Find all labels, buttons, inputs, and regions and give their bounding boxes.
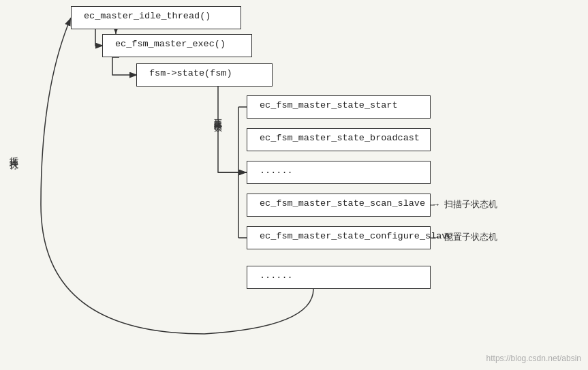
box-state-ellipsis2: ...... [247,266,431,289]
box-fsm-master-exec: ec_fsm_master_exec() [102,34,252,57]
label-loop: 循环执行 [7,150,19,155]
box-state-start: ec_fsm_master_state_start [247,95,431,119]
watermark: https://blog.csdn.net/absin [486,354,581,363]
label-scan-slave: → 扫描子状态机 [433,198,497,211]
box-state-ellipsis1: ...... [247,161,431,184]
diagram-container: ec_master_idle_thread() ec_fsm_master_ex… [0,0,588,370]
arrows-svg [0,0,588,370]
box-state-configure-slave: ec_fsm_master_state_configure_slave [247,226,431,249]
box-master-idle-thread: ec_master_idle_thread() [71,6,241,29]
label-configure-slave: → 配置子状态机 [433,231,497,243]
label-exec: 执行其中一个函数 [211,112,223,118]
box-fsm-state: fsm->state(fsm) [136,63,273,87]
box-state-scan-slave: ec_fsm_master_state_scan_slave [247,194,431,217]
box-state-broadcast: ec_fsm_master_state_broadcast [247,128,431,151]
